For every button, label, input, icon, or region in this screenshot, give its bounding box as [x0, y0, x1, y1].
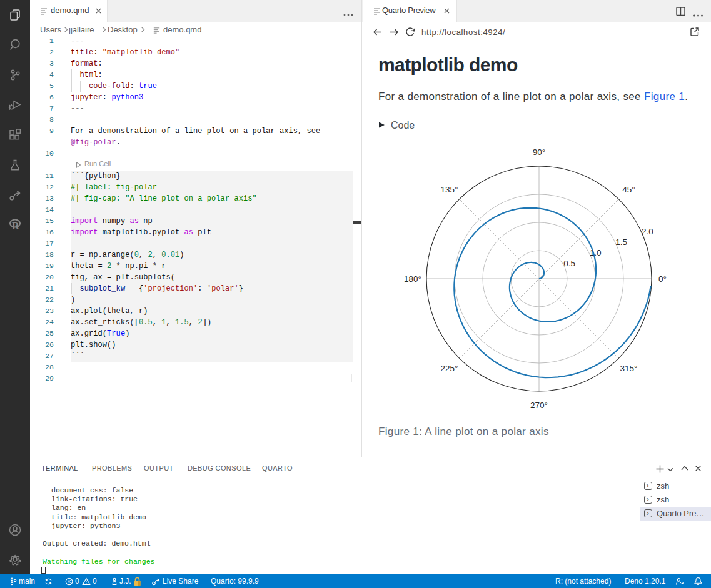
svg-text:45°: 45° — [622, 185, 635, 194]
svg-text:180°: 180° — [404, 274, 421, 284]
svg-text:R: R — [12, 220, 20, 232]
svg-text:315°: 315° — [620, 364, 638, 373]
svg-text:2.0: 2.0 — [642, 227, 653, 236]
svg-text:1.5: 1.5 — [615, 237, 627, 247]
svg-text:270°: 270° — [530, 401, 548, 408]
svg-text:0.5: 0.5 — [563, 259, 575, 268]
svg-text:1.0: 1.0 — [590, 248, 602, 257]
svg-text:225°: 225° — [441, 364, 458, 373]
svg-text:135°: 135° — [441, 185, 458, 194]
svg-text:90°: 90° — [533, 147, 545, 157]
svg-text:0°: 0° — [658, 274, 667, 284]
